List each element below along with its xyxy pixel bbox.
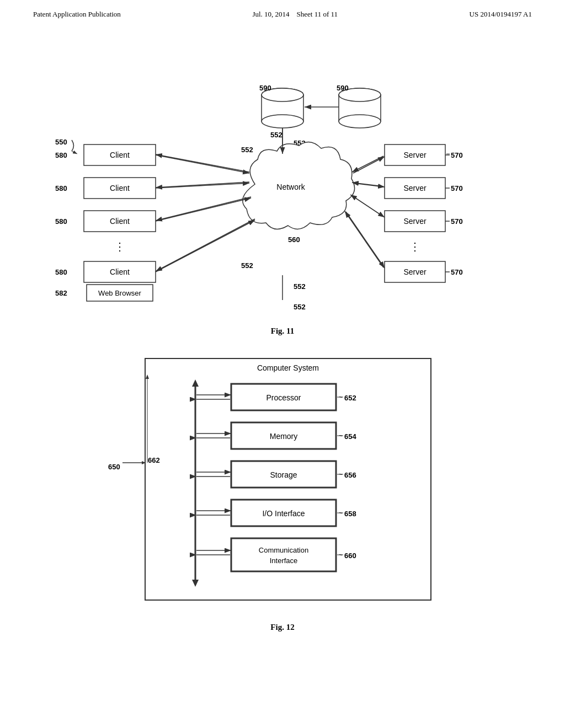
- svg-text:570: 570: [451, 151, 463, 159]
- svg-point-6: [339, 115, 381, 128]
- svg-text:⋮: ⋮: [409, 240, 420, 253]
- svg-text:570: 570: [451, 184, 463, 192]
- svg-line-39: [156, 197, 251, 221]
- network-label: Network: [276, 183, 305, 191]
- svg-text:580: 580: [55, 151, 67, 159]
- label-660: 660: [344, 552, 356, 560]
- fig11-caption: Fig. 11: [33, 326, 532, 336]
- page-content: 590 590: [0, 19, 565, 643]
- svg-line-48: [346, 212, 385, 268]
- svg-text:570: 570: [451, 268, 463, 276]
- svg-line-42: [353, 157, 385, 173]
- svg-text:570: 570: [451, 217, 463, 226]
- header-right: US 2014/0194197 A1: [470, 10, 532, 19]
- svg-text:580: 580: [55, 184, 67, 192]
- fig12-caption: Fig. 12: [33, 623, 532, 632]
- svg-line-47: [350, 195, 383, 217]
- label-590b: 590: [337, 84, 349, 92]
- svg-point-2: [262, 115, 303, 128]
- svg-text:~: ~: [339, 552, 342, 558]
- io-interface-label: I/O Interface: [262, 509, 305, 518]
- label-654: 654: [344, 432, 356, 441]
- computer-system-box: Computer System: [145, 358, 431, 601]
- svg-marker-63: [192, 580, 199, 587]
- fig12-internal-svg: Processor Memory Storage I/O Interface: [146, 378, 433, 599]
- svg-text:552: 552: [294, 282, 306, 291]
- label-652: 652: [344, 394, 356, 402]
- svg-line-49: [345, 211, 383, 267]
- svg-marker-87: [146, 374, 149, 379]
- cylinder-590-left: [262, 88, 303, 128]
- svg-line-36: [156, 183, 249, 188]
- header-center: Jul. 10, 2014 Sheet 11 of 11: [252, 10, 338, 19]
- svg-text:552: 552: [241, 261, 253, 270]
- svg-text:552: 552: [241, 146, 253, 154]
- comm-interface-box: [231, 538, 336, 571]
- page-header: Patent Application Publication Jul. 10, …: [0, 0, 565, 19]
- svg-text:~: ~: [339, 510, 342, 516]
- svg-text:~: ~: [339, 432, 342, 439]
- processor-label: Processor: [266, 393, 301, 402]
- svg-line-40: [156, 220, 255, 272]
- label-658: 658: [344, 510, 356, 518]
- svg-text:552: 552: [294, 303, 306, 311]
- header-left: Patent Application Publication: [33, 10, 121, 19]
- fig12-662-svg: [145, 374, 150, 617]
- svg-text:550: 550: [55, 138, 67, 146]
- client4-label: Client: [110, 267, 130, 276]
- svg-text:582: 582: [55, 289, 67, 297]
- storage-label: Storage: [270, 470, 297, 479]
- network-cloud: Network: [243, 142, 355, 229]
- svg-text:552: 552: [270, 131, 282, 139]
- svg-line-45: [352, 183, 383, 186]
- web-browser-label: Web Browser: [98, 289, 141, 297]
- cylinder-590-right: [339, 88, 381, 128]
- server2-label: Server: [403, 184, 427, 192]
- label-590a: 590: [259, 84, 271, 92]
- label-656: 656: [344, 471, 356, 479]
- svg-line-35: [156, 154, 249, 172]
- memory-label: Memory: [270, 432, 298, 441]
- computer-system-title: Computer System: [146, 359, 430, 372]
- svg-text:580: 580: [55, 268, 67, 276]
- svg-text:~: ~: [339, 394, 342, 400]
- fig11-svg: 590 590: [45, 35, 520, 317]
- svg-line-38: [156, 198, 251, 221]
- client2-label: Client: [110, 184, 130, 192]
- fig12-diagram: Computer System: [100, 352, 465, 617]
- svg-line-43: [352, 156, 383, 172]
- svg-text:580: 580: [55, 217, 67, 226]
- server1-label: Server: [403, 151, 427, 159]
- comm-interface-label: Communication: [259, 546, 308, 554]
- svg-text:⋮: ⋮: [114, 240, 125, 253]
- comm-interface-label2: Interface: [270, 556, 298, 565]
- svg-line-41: [156, 219, 255, 271]
- client1-label: Client: [110, 151, 130, 159]
- svg-text:560: 560: [288, 235, 300, 244]
- svg-text:~: ~: [339, 471, 342, 478]
- svg-marker-62: [192, 379, 199, 387]
- fig11-diagram: 590 590: [45, 35, 520, 322]
- server4-label: Server: [403, 267, 427, 276]
- client3-label: Client: [110, 217, 130, 226]
- svg-line-37: [156, 182, 249, 188]
- svg-line-34: [156, 155, 249, 173]
- server3-label: Server: [403, 217, 427, 226]
- svg-line-22: [72, 151, 77, 154]
